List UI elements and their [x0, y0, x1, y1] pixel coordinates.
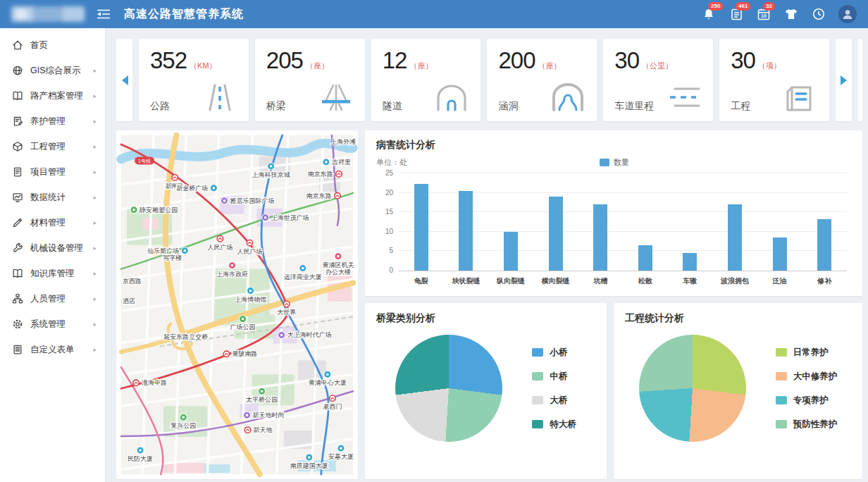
calendar-icon[interactable]: 10 32: [756, 6, 771, 22]
chevron-right-icon: ▸: [93, 346, 97, 353]
map-road-label: 上海外滩: [330, 138, 356, 145]
svg-text:上海市政府: 上海市政府: [216, 271, 248, 278]
sidebar-item-label: 数据统计: [30, 192, 93, 204]
sidebar-item-equipment[interactable]: 机械设备管理 ▸: [0, 235, 105, 261]
legend-item[interactable]: 特大桥: [532, 419, 576, 431]
sidebar-item-system[interactable]: 系统管理 ▸: [0, 311, 105, 337]
legend-label: 数量: [614, 157, 629, 168]
sidebar-item-custom-forms[interactable]: 自定义表单 ▸: [0, 337, 105, 362]
app-root: 高速公路智慧管养系统 250 461 10 32: [0, 0, 868, 482]
legend-label: 大中修养护: [793, 371, 838, 383]
tasks-clipboard-icon[interactable]: 461: [728, 6, 744, 22]
map-road-label: 延安东路立交桥: [163, 333, 208, 340]
stat-label: 车道里程: [614, 100, 654, 114]
svg-text:广场公园: 广场公园: [230, 323, 255, 330]
bar: [773, 237, 787, 271]
sidebar-item-home[interactable]: 首页 ▸: [0, 32, 105, 58]
chevron-right-icon: ▸: [93, 92, 97, 99]
x-axis-label: 修补: [802, 276, 847, 286]
bridge-category-panel: 桥梁类别分析 小桥中桥大桥特大桥: [365, 303, 607, 479]
theme-shirt-icon[interactable]: [783, 6, 799, 22]
sidebar-item-label: 路产档案管理: [30, 90, 93, 102]
sidebar-item-maintenance[interactable]: 养护管理 ▸: [0, 109, 105, 134]
y-axis-tick: 5: [376, 247, 393, 254]
sidebar-item-label: 知识库管理: [30, 268, 93, 280]
svg-text:南京东路: 南京东路: [306, 192, 332, 199]
sidebar-item-gis-display[interactable]: GIS综合展示 ▸: [0, 58, 105, 83]
carousel-next-button[interactable]: [836, 39, 852, 121]
svg-text:老西门: 老西门: [323, 403, 342, 410]
sidebar-item-project[interactable]: 项目管理 ▸: [0, 159, 105, 185]
metro-station-marker: 南京东路: [308, 171, 342, 178]
svg-text:办公大楼: 办公大楼: [326, 268, 351, 276]
svg-text:新金桥广场: 新金桥广场: [176, 185, 208, 192]
y-axis-tick: 20: [376, 189, 393, 197]
main-content: 352 （KM） 公路 205 （座） 桥梁 12: [106, 28, 868, 482]
bar: [414, 184, 428, 271]
sidebar-item-label: 项目管理: [30, 166, 93, 178]
svg-text:酒店: 酒店: [123, 297, 135, 304]
bridge-icon: [317, 83, 355, 114]
legend-item[interactable]: 大中修养护: [776, 371, 838, 383]
bar-chart-legend[interactable]: 数量: [600, 157, 629, 168]
bar-chart-unit: 单位：处: [376, 157, 407, 168]
legend-label: 小桥: [550, 347, 567, 359]
svg-text:黄浦中心大厦: 黄浦中心大厦: [309, 379, 347, 386]
legend-item[interactable]: 专项养护: [776, 395, 838, 407]
project-doc-icon: [781, 83, 819, 114]
chevron-left-icon: [120, 75, 129, 86]
legend-item[interactable]: 中桥: [532, 371, 576, 383]
sidebar-item-materials[interactable]: 材料管理 ▸: [0, 210, 105, 235]
legend-label: 日常养护: [793, 347, 829, 359]
poi-blue-marker: 新金桥广场: [176, 185, 217, 192]
home-icon: [12, 39, 24, 51]
stat-value: 205: [266, 47, 303, 74]
notification-bell-icon[interactable]: 250: [701, 6, 717, 22]
svg-text:1号线: 1号线: [138, 159, 151, 163]
bar-chart-plot: 0510152025: [399, 174, 847, 271]
legend-item[interactable]: 日常养护: [776, 347, 838, 359]
sidebar-item-engineering[interactable]: 工程管理 ▸: [0, 134, 105, 159]
poi-purple-marker: 新天地时尚: [244, 412, 285, 419]
legend-item[interactable]: 小桥: [532, 347, 576, 359]
svg-text:上海外滩: 上海外滩: [330, 138, 356, 145]
map-road-label: 酒店: [123, 297, 135, 304]
x-axis-label: 坑槽: [578, 276, 623, 286]
sidebar-item-statistics[interactable]: 数据统计 ▸: [0, 185, 105, 210]
stat-unit: （座）: [409, 61, 433, 71]
sidebar-item-label: GIS综合展示: [30, 65, 93, 77]
map-panel[interactable]: 1号线新闸路上海科技京城吉祥里南京东路南京东路新金桥广场雅居乐国际广场上海世茂广…: [116, 130, 358, 479]
road-icon: [201, 83, 239, 114]
svg-text:复兴公园: 复兴公园: [170, 422, 196, 429]
legend-swatch: [776, 372, 787, 381]
sidebar-item-personnel[interactable]: 人员管理 ▸: [0, 286, 105, 311]
legend-swatch: [532, 372, 543, 381]
svg-text:上海科技京城: 上海科技京城: [252, 171, 290, 178]
svg-text:写字楼: 写字楼: [163, 254, 182, 261]
menu-collapse-icon[interactable]: [97, 9, 110, 19]
stat-value: 30: [731, 47, 755, 74]
legend-label: 中桥: [550, 371, 567, 383]
user-avatar[interactable]: [838, 5, 857, 23]
metro-station-marker: 新天地: [244, 426, 272, 433]
svg-text:仙乐斯广场: 仙乐斯广场: [147, 247, 179, 254]
stat-label: 工程: [731, 100, 750, 114]
carousel-prev-button[interactable]: [116, 39, 132, 121]
carousel-edge-card: [858, 39, 862, 121]
legend-label: 特大桥: [550, 419, 576, 431]
svg-text:远洋商业大厦: 远洋商业大厦: [284, 273, 322, 280]
legend-item[interactable]: 预防性养护: [776, 419, 838, 431]
sidebar-item-road-assets[interactable]: 路产档案管理 ▸: [0, 83, 105, 109]
svg-text:京西路: 京西路: [123, 278, 142, 285]
bar-chart-x-labels: 龟裂块状裂缝纵向裂缝横向裂缝坑槽松散车辙波浪拥包泛油修补: [399, 276, 847, 286]
legend-item[interactable]: 大桥: [532, 395, 576, 407]
clock-icon[interactable]: [811, 6, 826, 22]
metro-line-badge: 1号线: [135, 156, 154, 164]
chevron-right-icon: ▸: [93, 143, 97, 150]
legend-swatch: [532, 420, 543, 428]
x-axis-label: 块状裂缝: [444, 276, 489, 286]
bar-chart-title: 病害统计分析: [376, 139, 851, 152]
sidebar-item-knowledge[interactable]: 知识库管理 ▸: [0, 261, 105, 286]
legend-label: 专项养护: [793, 395, 829, 407]
bar: [728, 204, 742, 271]
